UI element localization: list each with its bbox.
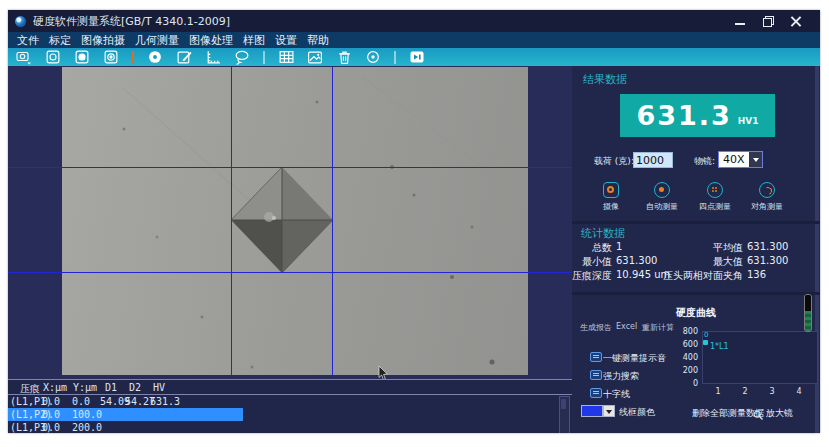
stats-row: 压痕深度 10.945 um 压头两相对面夹角 136	[572, 269, 820, 282]
close-icon[interactable]	[790, 15, 802, 27]
monitor-icon	[590, 388, 602, 398]
data-point-annotation: 0	[704, 331, 708, 339]
line-color-label: 线框颜色	[619, 406, 655, 419]
magnifier-button[interactable]: 放大镜	[753, 406, 813, 418]
measure-line-horizontal-top	[8, 167, 572, 168]
menu-image-process[interactable]: 图像处理	[189, 33, 233, 48]
hardness-curve-plot	[702, 331, 818, 384]
grid-table-icon[interactable]	[278, 49, 294, 65]
auto-measure-icon	[654, 182, 670, 198]
stat-label-total: 总数	[572, 241, 612, 255]
col-header-d2: D2	[129, 382, 141, 393]
restore-icon[interactable]	[762, 15, 774, 27]
stat-value-max: 631.300	[747, 255, 788, 266]
microscope-viewer[interactable]	[8, 66, 572, 379]
x-tick-3: 3	[767, 387, 777, 396]
menu-help[interactable]: 帮助	[307, 33, 329, 48]
microscope-image	[62, 67, 528, 375]
cell-y: 200.0	[72, 422, 102, 433]
stat-label-average: 平均值	[656, 241, 743, 255]
window-title: 硬度软件测量系统[GB/T 4340.1-2009]	[33, 14, 230, 29]
edit-note-icon[interactable]	[176, 49, 192, 65]
four-point-measure-button[interactable]: 四点测量	[691, 182, 739, 212]
table-scrollbar[interactable]	[559, 396, 570, 433]
x-tick-1: 1	[713, 387, 723, 396]
menu-settings[interactable]: 设置	[275, 33, 297, 48]
diagonal-measure-label: 对角测量	[743, 201, 791, 212]
capture-filled-icon[interactable]	[74, 49, 90, 65]
vickers-indentation	[62, 67, 528, 375]
stat-value-indenter-angle: 136	[747, 269, 766, 280]
objective-label: 物镜:	[694, 155, 715, 168]
level-indicator-fill	[805, 311, 811, 331]
hardness-unit: HV1	[738, 116, 759, 126]
trash-icon[interactable]	[336, 49, 352, 65]
table-scrollbar-thumb[interactable]	[561, 399, 566, 409]
option-crosshair-label: 十字线	[603, 388, 630, 401]
camera-mode-icon[interactable]	[16, 49, 32, 65]
measure-line-vertical-left	[231, 67, 232, 375]
load-input[interactable]	[633, 152, 673, 168]
excel-export-button[interactable]: Excel	[616, 322, 637, 331]
stat-value-average: 631.300	[747, 241, 788, 252]
minimize-icon[interactable]	[734, 15, 746, 27]
line-color-swatch[interactable]	[581, 405, 603, 417]
col-header-hv: HV	[153, 382, 165, 393]
load-label: 载荷 (克):	[594, 155, 634, 168]
menu-sample-image[interactable]: 样图	[243, 33, 265, 48]
cell-x: 0.0	[42, 422, 60, 433]
toolbar-separator	[263, 51, 265, 64]
camera-button[interactable]: 摄像	[587, 182, 635, 212]
generate-report-button[interactable]: 生成报告	[580, 322, 612, 333]
play-next-icon[interactable]	[409, 49, 425, 65]
section-divider	[572, 221, 820, 224]
col-header-x: X:μm	[43, 382, 67, 393]
hardness-curve-title: 硬度曲线	[676, 306, 716, 320]
monitor-icon	[590, 352, 602, 362]
capture-target-icon[interactable]	[103, 49, 119, 65]
menu-calibration[interactable]: 标定	[49, 33, 71, 48]
menu-image-capture[interactable]: 图像拍摄	[81, 33, 125, 48]
objective-select[interactable]: 40X	[718, 151, 763, 168]
cell-hv: 631.3	[150, 396, 180, 407]
four-point-measure-label: 四点测量	[691, 201, 739, 212]
toolbar	[8, 48, 820, 66]
x-tick-4: 4	[794, 387, 804, 396]
table-row[interactable]: (L1,P3) 0.0 200.0	[8, 422, 572, 433]
recalculate-button[interactable]: 重新计算	[642, 322, 674, 333]
cell-y: 0.0	[72, 396, 90, 407]
stat-label-indenter-angle: 压头两相对面夹角	[656, 269, 743, 283]
hardness-result-display: 631.3 HV1	[620, 94, 775, 137]
lasso-icon[interactable]	[234, 49, 250, 65]
col-header-y: Y:μm	[73, 382, 97, 393]
right-panel: 结果数据 631.3 HV1 载荷 (克): 物镜: 40X 摄像 自动测量 四…	[572, 66, 820, 433]
y-tick-800: 800	[674, 327, 698, 336]
data-point-marker	[703, 340, 708, 345]
auto-measure-button[interactable]: 自动测量	[638, 182, 686, 212]
ruler-icon[interactable]	[205, 49, 221, 65]
image-icon[interactable]	[307, 49, 323, 65]
camera-capture-icon	[603, 182, 619, 198]
menu-geometry-measure[interactable]: 几何测量	[135, 33, 179, 48]
diagonal-measure-button[interactable]: 对角测量	[743, 182, 791, 212]
results-section-title: 结果数据	[583, 72, 627, 87]
y-tick-400: 400	[674, 353, 698, 362]
y-tick-600: 600	[674, 340, 698, 349]
stats-row: 最小值 631.300 最大值 631.300	[572, 255, 820, 268]
section-divider	[572, 292, 820, 295]
line-color-dropdown-arrow-icon[interactable]	[603, 405, 615, 417]
point-marker-icon[interactable]	[147, 49, 163, 65]
table-row-selected[interactable]: (L1,P2) 0.0 100.0	[8, 409, 572, 422]
magnifier-label: 放大镜	[766, 407, 793, 420]
monitor-icon	[590, 370, 602, 380]
camera-button-label: 摄像	[587, 201, 635, 212]
stat-label-depth: 压痕深度	[572, 269, 612, 283]
capture-frame-icon[interactable]	[45, 49, 61, 65]
level-indicator[interactable]	[804, 294, 812, 332]
toolbar-separator	[394, 51, 396, 64]
menu-file[interactable]: 文件	[17, 33, 39, 48]
measurement-table: 压痕 X:μm Y:μm D1 D2 HV (L1,P1) 0.0 0.0 54…	[8, 379, 572, 433]
record-icon[interactable]	[365, 49, 381, 65]
chevron-down-icon[interactable]	[749, 152, 762, 167]
cell-y: 100.0	[72, 409, 102, 420]
